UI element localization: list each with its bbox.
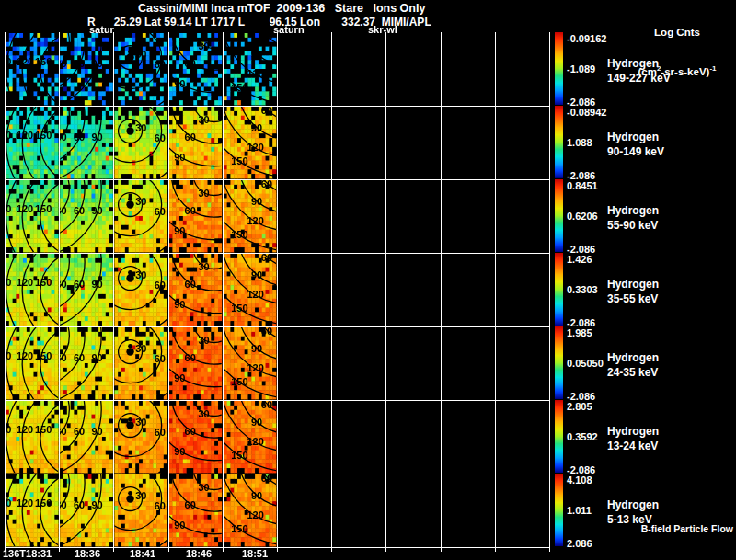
energy-band-label: Hydrogen — [607, 131, 659, 143]
colorbar-tick: 0.05050 — [567, 358, 604, 369]
time-tick-0: 136T18:31 — [3, 548, 52, 559]
colorbar-row-4 — [555, 326, 563, 399]
inca-stare-display: Cassini/MIMI Inca mTOF 2009-136 Stare Io… — [0, 0, 736, 560]
colorbar-row-5 — [555, 400, 563, 473]
colorbar-row-6 — [555, 474, 563, 546]
colorbar-tick: 2.086 — [567, 538, 592, 549]
colorbar-tick: 1.011 — [567, 505, 592, 516]
colorbar-tick: 2.805 — [567, 401, 592, 412]
time-tick-3: 18:46 — [186, 548, 212, 559]
energy-band-label: Hydrogen — [607, 57, 659, 70]
colorbar-tick: 4.108 — [567, 474, 592, 486]
event-label-skr-wl: skr-wl — [368, 24, 397, 35]
energy-band-label: 149-227 keV — [607, 72, 671, 85]
energy-band-label: Hydrogen — [607, 351, 659, 364]
colorbar-row-0 — [555, 32, 563, 105]
energy-band-label: Hydrogen — [607, 425, 659, 438]
energy-band-label: 90-149 keV — [607, 145, 664, 158]
time-tick-4: 18:51 — [242, 548, 268, 559]
energy-band-label: 24-35 keV — [607, 366, 658, 379]
colorbar-tick: -0.09162 — [567, 33, 606, 44]
inca-image-grid — [5, 32, 550, 553]
bfield-particle-flow-note: B-field Particle Flow — [641, 523, 733, 534]
event-label-saturn-1: satur — [89, 24, 114, 35]
legend-title: Log Cnts — [622, 27, 732, 39]
colorbar-row-3 — [555, 253, 563, 326]
colorbar-tick: 0.3592 — [567, 431, 598, 442]
colorbar-tick: 0.8451 — [567, 180, 598, 191]
energy-band-label: 55-90 keV — [607, 219, 658, 232]
colorbar-row-2 — [555, 179, 563, 252]
colorbar-tick: 0.3303 — [567, 284, 598, 295]
colorbar-legend-title: Log Cnts (cm2-sr-s-keV)-1 — [622, 3, 732, 102]
time-tick-1: 18:36 — [75, 548, 100, 559]
energy-band-label: 35-55 keV — [607, 292, 658, 305]
energy-band-label: 13-24 keV — [607, 440, 658, 452]
colorbar-tick: -0.08942 — [567, 107, 606, 118]
event-label-saturn-2: saturn — [273, 24, 305, 35]
colorbar-tick: 0.6206 — [567, 211, 598, 222]
energy-band-label: Hydrogen — [607, 498, 659, 511]
energy-band-label: Hydrogen — [607, 278, 659, 291]
time-tick-2: 18:41 — [130, 548, 155, 559]
colorbar-tick: -1.089 — [567, 63, 595, 74]
colorbar-tick: 1.426 — [567, 254, 592, 265]
colorbar-row-1 — [555, 106, 563, 178]
page-title: Cassini/MIMI Inca mTOF 2009-136 Stare Io… — [138, 2, 425, 15]
colorbar-tick: 1.985 — [567, 327, 592, 338]
colorbar-tick: 1.088 — [567, 137, 592, 148]
energy-band-label: Hydrogen — [607, 204, 659, 217]
